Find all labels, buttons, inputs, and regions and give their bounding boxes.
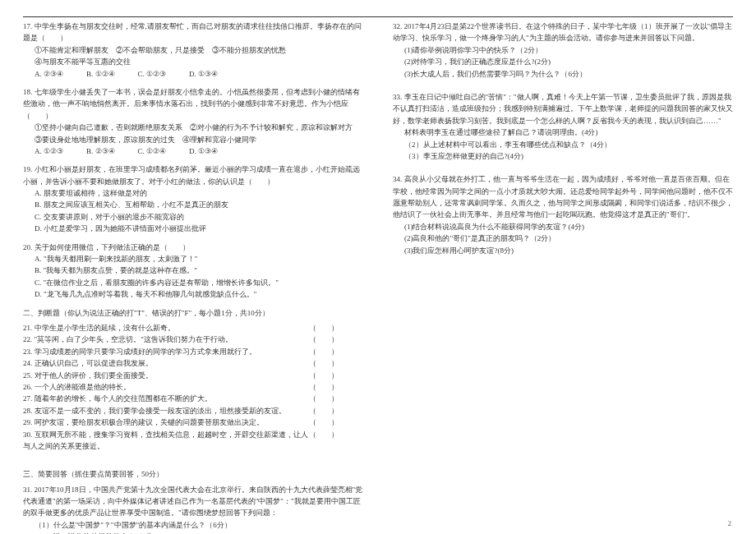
paren-29: （ ） — [309, 417, 339, 428]
q19-b: B. 朋友之间应该互相关心、互相帮助，小红不是真正的朋友 — [23, 199, 363, 210]
q31-stem: 31. 2017年10月18日，中国共产党第十九次全国代表大会在北京举行。来自陕… — [23, 484, 363, 519]
q33-sub1: 材料表明李玉在通过哪些途径了解自己？请说明理由。(4分) — [393, 127, 733, 138]
q17-opt-line1: ①不能肯定和理解朋友 ②不会帮助朋友，只是接受 ③不能分担朋友的忧愁 — [23, 44, 363, 56]
q17-stem: 17. 中学生李扬在与朋友交往时，经常,请朋友帮忙，而自己对朋友的请求往往找借口… — [23, 21, 363, 44]
q17-d: D. ①③④ — [189, 68, 218, 80]
judge-30: 30. 互联网无所不能，搜集学习资料，查找相关信息，超越时空，开辟交往新渠道，让… — [23, 429, 363, 453]
q18-a: A. ①②③ — [35, 145, 63, 157]
judge-22: 22. "莫等闲，白了少年头，空悲切。"这告诉我们努力在于行动。（ ） — [23, 334, 363, 345]
judge-28: 28. 友谊不是一成不变的，我们要学会接受一段友谊的淡出，坦然接受新的友谊。（ … — [23, 405, 363, 417]
q32-sub2: (2)对待学习，我们的正确态度应是什么?(2分) — [393, 56, 733, 67]
q20-stem: 20. 关于如何使用微信，下列做法正确的是（ ） — [23, 242, 363, 253]
question-32: 32. 2017年4月23日是第22个世界读书日。在这个特殊的日子，某中学七年级… — [393, 21, 733, 80]
q18-d: D. ①③④ — [189, 145, 218, 157]
paren-21: （ ） — [309, 322, 339, 334]
q34-stem: 34. 高良从小父母就在外打工，他一直与爷爷生活在一起，因为成绩好，爷爷对他一直… — [393, 173, 733, 221]
judge-23: 23. 学习成绩差的同学只要学习成绩好的同学的学习方式拿来用就行了。（ ） — [23, 346, 363, 357]
paren-23: （ ） — [309, 346, 339, 357]
q17-b: B. ①②④ — [86, 68, 115, 80]
q34-sub2: (2)高良和他的"哥们"是真正的朋友吗？（2分） — [393, 232, 733, 244]
page-number: 2 — [728, 518, 732, 529]
judge-29: 29. 呵护友谊，要给朋友积极合理的建议，关键的问题要替朋友做出决定。（ ） — [23, 417, 363, 428]
q34-sub3: (3)我们应怎样用心呵护友谊?(8分) — [393, 245, 733, 256]
q17-a: A. ②③④ — [35, 68, 63, 80]
q17-choices: A. ②③④ B. ①②④ C. ①②③ D. ①③④ — [23, 68, 363, 80]
q32-sub3: (3)长大成人后，我们仍然需要学习吗？为什么？（6分） — [393, 68, 733, 80]
q33-sub2: （2）从上述材料中可以看出，李玉有哪些优点和缺点？（4分） — [393, 139, 733, 150]
question-34: 34. 高良从小父母就在外打工，他一直与爷爷生活在一起，因为成绩好，爷爷对他一直… — [393, 173, 733, 256]
paren-25: （ ） — [309, 370, 339, 381]
q34-sub1: (1)结合材料说说高良为什么不能获得同学的友谊？(4分) — [393, 221, 733, 232]
q19-c: C. 交友要讲原则，对于小丽的退步不能宽容的 — [23, 211, 363, 223]
q33-sub3: （3）李玉应怎样做更好的自己?(4分) — [393, 150, 733, 162]
question-20: 20. 关于如何使用微信，下列做法正确的是（ ） A. "我每天都用刷一刷来找新… — [23, 242, 363, 301]
q17-c: C. ①②③ — [138, 68, 167, 80]
question-33: 33. 李玉在日记中倾吐自己的"苦恼"："做人啊，真难！今天上午第一节课，卫生委… — [393, 91, 733, 162]
q17-opt-line2: ④与朋友不能平等互惠的交往 — [23, 56, 363, 67]
q18-stem: 18. 七年级学生小健丢失了一本书，误会是好朋友小恺拿走的。小恺虽然很委屈，但考… — [23, 86, 363, 122]
question-17: 17. 中学生李扬在与朋友交往时，经常,请朋友帮忙，而自己对朋友的请求往往找借口… — [23, 21, 363, 80]
question-18: 18. 七年级学生小健丢失了一本书，误会是好朋友小恺拿走的。小恺虽然很委屈，但考… — [23, 86, 363, 157]
q31-sub1: （1）什么是"中国梦"？"中国梦"的基本内涵是什么？（6分） — [23, 519, 363, 531]
q18-c: C. ①②④ — [138, 145, 167, 157]
paren-22: （ ） — [309, 334, 339, 345]
q19-stem: 19. 小红和小丽是好朋友，在班里学习成绩都名列前茅。最近小丽的学习成绩一直在退… — [23, 163, 363, 187]
section-3-heading: 三、简要回答（抓住要点简要回答，50分） — [23, 468, 363, 480]
judge-26: 26. 一个人的潜能谁是他的特长。（ ） — [23, 381, 363, 393]
q32-sub1: (1)请你举例说明你学习中的快乐？（2分） — [393, 44, 733, 56]
q18-choices: A. ①②③ B. ②③④ C. ①②④ D. ①③④ — [23, 145, 363, 157]
q33-stem: 33. 李玉在日记中倾吐自己的"苦恼"："做人啊，真难！今天上午第一节课，卫生委… — [393, 91, 733, 127]
paren-27: （ ） — [309, 393, 339, 404]
question-31: 31. 2017年10月18日，中国共产党第十九次全国代表大会在北京举行。来自陕… — [23, 484, 363, 534]
paren-28: （ ） — [309, 405, 339, 417]
q20-a: A. "我每天都用刷一刷来找新的朋友，太刺激了！" — [23, 253, 363, 265]
judge-21: 21. 中学生是小学生活的延续，没有什么新奇。（ ） — [23, 322, 363, 334]
judge-27: 27. 随着年龄的增长，每个人的交往范围都在不断的扩大。（ ） — [23, 393, 363, 404]
q20-c: C. "在微信作业之后，看朋友圈的许多内容还是有帮助，增增长许多知识。" — [23, 277, 363, 288]
q18-b: B. ②③④ — [86, 145, 115, 157]
section-2-heading: 二、判断题（你认为说法正确的打"T"、错误的打"F"，每小题1分，共10分） — [23, 307, 363, 319]
paren-24: （ ） — [309, 357, 339, 369]
paren-26: （ ） — [309, 381, 339, 393]
q20-b: B. "我每天都为朋友点赞，要的就是这种存在感。" — [23, 265, 363, 276]
q18-opt-line1: ①坚持小健向自己道歉，否则就断绝朋友关系 ②对小健的行为不予计较和解究，原谅和谅… — [23, 122, 363, 145]
judge-25: 25. 对于他人的评价，我们要全面接受。（ ） — [23, 370, 363, 381]
q32-stem: 32. 2017年4月23日是第22个世界读书日。在这个特殊的日子，某中学七年级… — [393, 21, 733, 44]
judge-24: 24. 正确认识自己，可以促进自我发展。（ ） — [23, 357, 363, 369]
paren-30: （ ） — [309, 429, 339, 453]
q31-sub2: （2）说一说你的梦想是什么？（2分） — [23, 531, 363, 534]
q19-d: D. 小红是爱学习，因为她能不讲情面对小丽提出批评 — [23, 223, 363, 234]
question-19: 19. 小红和小丽是好朋友，在班里学习成绩都名列前茅。最近小丽的学习成绩一直在退… — [23, 163, 363, 234]
q19-a: A. 朋友要坦诚相待，这样做是对的 — [23, 187, 363, 199]
q20-d: D. "龙飞每几九点准时等着我，每天不和他聊几句就感觉缺点什么。" — [23, 288, 363, 300]
